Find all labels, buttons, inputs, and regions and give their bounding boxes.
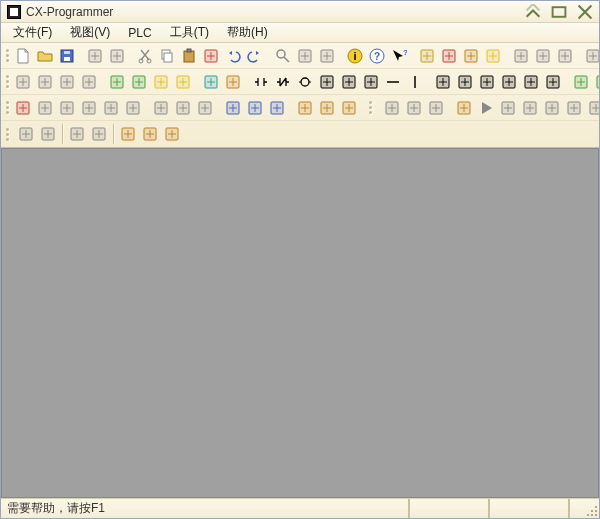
step-over-button[interactable]	[519, 97, 541, 119]
redo-button[interactable]	[244, 45, 266, 67]
num10-button[interactable]	[222, 97, 244, 119]
coil-diff-button[interactable]	[360, 71, 382, 93]
maximize-button[interactable]	[551, 5, 567, 19]
flag2-button[interactable]	[532, 45, 554, 67]
zoom-fit-button[interactable]	[78, 71, 100, 93]
layer1-button[interactable]	[381, 97, 403, 119]
user3-button[interactable]	[482, 45, 504, 67]
build-button[interactable]	[592, 71, 599, 93]
play-button[interactable]	[475, 97, 497, 119]
spark1-button[interactable]	[117, 123, 139, 145]
minimize-button[interactable]	[525, 5, 541, 19]
win1-button[interactable]	[150, 97, 172, 119]
whats-this-button[interactable]: ?	[388, 45, 410, 67]
menu-2[interactable]: PLC	[120, 25, 159, 41]
link3-button[interactable]	[56, 97, 78, 119]
indent-left-button[interactable]	[15, 123, 37, 145]
block1-button[interactable]	[582, 45, 599, 67]
step-in-button[interactable]	[497, 97, 519, 119]
paste-button[interactable]	[178, 45, 200, 67]
find-button[interactable]	[272, 45, 294, 67]
info-yellow-button[interactable]: i	[344, 45, 366, 67]
delete-button[interactable]	[200, 45, 222, 67]
bell-button[interactable]	[416, 45, 438, 67]
help-context-button[interactable]: ?	[366, 45, 388, 67]
user2-button[interactable]	[460, 45, 482, 67]
grid-teal-button[interactable]	[200, 71, 222, 93]
toolbar-grip[interactable]	[369, 98, 372, 118]
compile-button[interactable]	[570, 71, 592, 93]
menu-3[interactable]: 工具(T)	[162, 23, 217, 42]
coil-button[interactable]	[294, 71, 316, 93]
branch-down-button[interactable]	[498, 71, 520, 93]
num16-button[interactable]	[266, 97, 288, 119]
menu-0[interactable]: 文件(F)	[5, 23, 60, 42]
toolbar-grip[interactable]	[6, 98, 9, 118]
link2-button[interactable]	[34, 97, 56, 119]
copy-button[interactable]	[156, 45, 178, 67]
step-out-button[interactable]	[541, 97, 563, 119]
link5-button[interactable]	[100, 97, 122, 119]
align2-button[interactable]	[88, 123, 110, 145]
user1-button[interactable]	[438, 45, 460, 67]
workspace-area	[1, 148, 599, 498]
cursor-button[interactable]	[12, 71, 34, 93]
flag1-button[interactable]	[510, 45, 532, 67]
status-resize-grip[interactable]	[569, 499, 599, 518]
svg-rect-9	[164, 53, 172, 62]
link6-button[interactable]	[122, 97, 144, 119]
coil-set-button[interactable]	[316, 71, 338, 93]
stack2-button[interactable]	[316, 97, 338, 119]
menu-1[interactable]: 视图(V)	[62, 23, 118, 42]
replace-button[interactable]	[294, 45, 316, 67]
win2-button[interactable]	[172, 97, 194, 119]
line-v-button[interactable]	[404, 71, 426, 93]
menu-4[interactable]: 帮助(H)	[219, 23, 276, 42]
layer2-button[interactable]	[403, 97, 425, 119]
coil-reset-button[interactable]	[338, 71, 360, 93]
print-button[interactable]	[84, 45, 106, 67]
spark2-button[interactable]	[139, 123, 161, 145]
stack3-button[interactable]	[338, 97, 360, 119]
undo-button[interactable]	[222, 45, 244, 67]
spark3-button[interactable]	[161, 123, 183, 145]
new-file-button[interactable]	[12, 45, 34, 67]
link4-button[interactable]	[78, 97, 100, 119]
goto-button[interactable]	[316, 45, 338, 67]
db-green-button[interactable]	[106, 71, 128, 93]
toolbar-grip[interactable]	[6, 46, 9, 66]
contact-nc-button[interactable]	[272, 71, 294, 93]
go-end-button[interactable]	[585, 97, 599, 119]
indent-right-button[interactable]	[37, 123, 59, 145]
db-yellow-button[interactable]	[150, 71, 172, 93]
zoom-in-button[interactable]	[56, 71, 78, 93]
branch-button[interactable]	[476, 71, 498, 93]
toolbar-grip[interactable]	[6, 124, 12, 144]
cut-button[interactable]	[134, 45, 156, 67]
merge-button[interactable]	[542, 71, 564, 93]
hourglass-button[interactable]	[222, 71, 244, 93]
watch-button[interactable]	[453, 97, 475, 119]
stack1-button[interactable]	[294, 97, 316, 119]
zoom-out-button[interactable]	[34, 71, 56, 93]
rung-above-button[interactable]	[432, 71, 454, 93]
pause-flag-button[interactable]	[554, 45, 576, 67]
grid-yellow-button[interactable]	[172, 71, 194, 93]
close-button[interactable]	[577, 5, 593, 19]
win3-button[interactable]	[194, 97, 216, 119]
link1-button[interactable]	[12, 97, 34, 119]
delete-rung-button[interactable]	[520, 71, 542, 93]
go-start-button[interactable]	[563, 97, 585, 119]
app-window: CX-Programmer 文件(F)视图(V)PLC工具(T)帮助(H) i?…	[0, 0, 600, 519]
db-list-button[interactable]	[128, 71, 150, 93]
contact-no-button[interactable]	[250, 71, 272, 93]
num10b-button[interactable]	[244, 97, 266, 119]
layer3-button[interactable]	[425, 97, 447, 119]
rung-below-button[interactable]	[454, 71, 476, 93]
print-preview-button[interactable]	[106, 45, 128, 67]
open-file-button[interactable]	[34, 45, 56, 67]
save-file-button[interactable]	[56, 45, 78, 67]
line-h-button[interactable]	[382, 71, 404, 93]
align1-button[interactable]	[66, 123, 88, 145]
toolbar-grip[interactable]	[6, 72, 9, 92]
